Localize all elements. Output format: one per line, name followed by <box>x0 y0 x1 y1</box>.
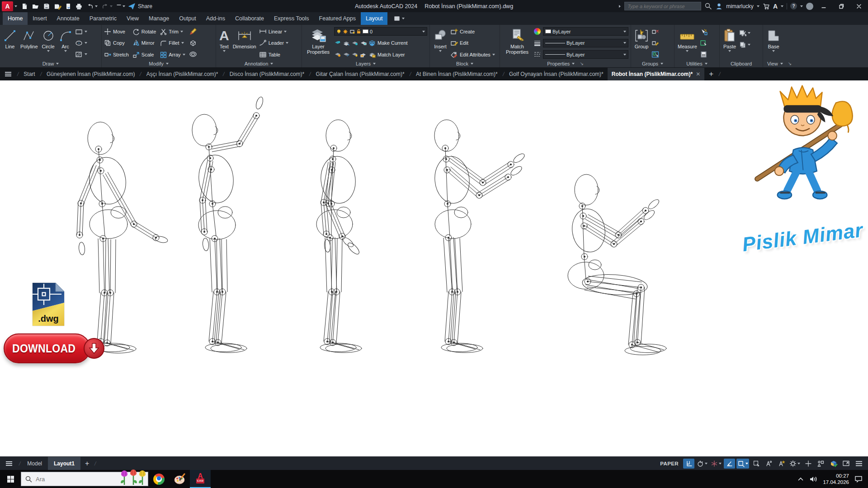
panel-label-utilities[interactable]: Utilities <box>675 60 719 67</box>
doc-tab-atbinen[interactable]: At Binen İnsan (PislikMimar.com)* <box>412 68 502 80</box>
qat-customize-caret-icon[interactable] <box>116 3 125 9</box>
dimension-button[interactable]: Dimension <box>232 26 257 60</box>
action-center-icon[interactable] <box>854 475 863 483</box>
panel-label-clipboard[interactable]: Clipboard <box>720 60 763 67</box>
copy-button[interactable]: Copy <box>104 39 129 47</box>
object-color-dropdown[interactable]: ByLayer <box>543 27 628 36</box>
panel-label-annotation[interactable]: Annotation <box>216 60 302 67</box>
autocad-app-icon[interactable]: A <box>2 1 13 11</box>
print-button[interactable] <box>75 3 83 10</box>
tab-view[interactable]: View <box>122 12 144 25</box>
tab-close-icon[interactable]: ✕ <box>696 71 700 77</box>
user-menu-caret-icon[interactable] <box>757 5 760 7</box>
copy-clip-button[interactable] <box>739 41 750 49</box>
paste-flyout-caret-icon[interactable] <box>728 50 731 52</box>
base-button[interactable]: Base <box>765 26 782 60</box>
tab-insert[interactable]: Insert <box>28 12 52 25</box>
ungroup-button[interactable] <box>651 28 659 36</box>
open-folder-button[interactable] <box>32 3 39 10</box>
share-button[interactable]: Share <box>128 3 152 10</box>
keyword-search[interactable] <box>624 2 701 10</box>
array-button[interactable]: Array <box>160 50 185 59</box>
doc-tab-robot-active[interactable]: Robot İnsan (PislikMimar.com)*✕ <box>608 68 704 80</box>
taskbar-search[interactable] <box>21 472 148 486</box>
new-drawing-tab-button[interactable]: + <box>704 68 718 80</box>
polar-tracking-toggle[interactable] <box>724 459 735 469</box>
taskbar-clock[interactable]: 00:27 17.04.2026 <box>823 473 849 485</box>
save-button[interactable] <box>43 3 50 10</box>
hidden-icons-chevron[interactable] <box>797 477 804 481</box>
circle-button[interactable]: Circle <box>41 26 56 60</box>
doc-tab-gitar[interactable]: Gitar Çalan İnsan (PislikMimar.com)* <box>312 68 409 80</box>
linear-button[interactable]: Linear <box>259 27 288 36</box>
drawing-canvas[interactable]: Pislik Mimar .dwg DOWNLOAD <box>0 80 868 456</box>
layer-plot-icon[interactable] <box>349 29 355 34</box>
save-as-button[interactable] <box>54 3 61 10</box>
linetype-dropdown[interactable]: ByLayer <box>543 50 628 59</box>
arc-flyout-caret-icon[interactable] <box>64 50 67 52</box>
rectangle-tool-button[interactable] <box>75 28 87 36</box>
line-button[interactable]: Line <box>2 26 18 60</box>
app-menu-caret-icon[interactable] <box>14 5 17 7</box>
assistant-icon[interactable] <box>806 3 813 10</box>
new-layout-button[interactable]: + <box>80 457 94 470</box>
autodesk-caret-icon[interactable] <box>781 5 783 7</box>
layer-select-dropdown[interactable]: 0 <box>334 27 427 36</box>
quick-select-button[interactable] <box>700 28 708 36</box>
layer-color-swatch[interactable] <box>363 29 368 33</box>
hatch-tool-button[interactable] <box>75 50 87 58</box>
panel-label-view[interactable]: View↘ <box>763 60 796 67</box>
block-create-button[interactable]: Create <box>450 27 495 36</box>
isodraft-toggle[interactable] <box>710 459 722 469</box>
doc-tab-asci[interactable]: Aşçı İnsan (PislikMimar.com)* <box>142 68 222 80</box>
mirror-button[interactable]: Mirror <box>132 39 156 47</box>
graphics-performance-toggle[interactable] <box>828 459 839 469</box>
stretch-button[interactable]: Stretch <box>104 50 129 59</box>
tab-manage[interactable]: Manage <box>144 12 174 25</box>
keyword-search-input[interactable] <box>625 4 701 9</box>
text-flyout-caret-icon[interactable] <box>223 50 226 52</box>
panel-label-groups[interactable]: Groups <box>631 60 674 67</box>
lineweight-icon[interactable] <box>534 40 541 47</box>
leader-button[interactable]: Leader <box>259 39 288 47</box>
autodesk-logo-icon[interactable]: A <box>773 3 778 10</box>
start-button[interactable] <box>0 470 21 488</box>
annotation-scale-gear[interactable] <box>788 459 801 469</box>
doc-tab-disco[interactable]: Disco İnsan (PislikMimar.com)* <box>226 68 308 80</box>
ellipse-tool-button[interactable] <box>75 39 87 47</box>
panel-launcher-icon[interactable]: ↘ <box>580 61 583 66</box>
tab-output[interactable]: Output <box>174 12 201 25</box>
help-caret-icon[interactable] <box>800 5 803 7</box>
ribbon-display-toggle[interactable] <box>394 12 405 25</box>
help-icon[interactable]: ? <box>790 3 797 9</box>
insert-flyout-caret-icon[interactable] <box>439 50 442 52</box>
taskbar-chrome-icon[interactable] <box>148 470 169 488</box>
user-icon[interactable] <box>715 3 723 10</box>
tab-collaborate[interactable]: Collaborate <box>230 12 269 25</box>
quick-calculator-button[interactable] <box>700 50 708 58</box>
paper-space-label[interactable]: PAPER <box>660 461 679 466</box>
panel-label-properties[interactable]: Properties↘ <box>500 60 631 67</box>
cut-button[interactable] <box>739 29 750 37</box>
taskbar-autocad-icon[interactable]: ACAD <box>190 470 211 488</box>
lineweight-dropdown[interactable]: ByLayer <box>543 39 628 47</box>
tab-annotate[interactable]: Annotate <box>52 12 85 25</box>
panel-label-modify[interactable]: Modify <box>102 60 216 67</box>
arc-button[interactable]: Arc <box>58 26 73 60</box>
color-wheel-icon[interactable] <box>534 28 541 35</box>
customization-menu-icon[interactable] <box>853 459 864 469</box>
linetype-icon[interactable] <box>534 51 541 58</box>
workspace-switching-plus[interactable] <box>802 459 814 469</box>
view-panel-launcher-icon[interactable]: ↘ <box>788 61 792 66</box>
tab-home[interactable]: Home <box>3 12 28 25</box>
tab-addins[interactable]: Add-ins <box>201 12 230 25</box>
base-flyout-caret-icon[interactable] <box>772 50 775 52</box>
measure-button[interactable]: Measure <box>677 26 698 60</box>
panel-label-draw[interactable]: Draw <box>0 60 101 67</box>
circle-flyout-caret-icon[interactable] <box>47 50 50 52</box>
doc-tab-guneslenen[interactable]: Güneşlenen İnsan (PislikMimar.com) <box>42 68 139 80</box>
tab-parametric[interactable]: Parametric <box>85 12 122 25</box>
layer-freeze-icon[interactable] <box>343 29 348 34</box>
table-button[interactable]: Table <box>259 50 288 59</box>
annotation-visibility-toggle[interactable] <box>763 459 774 469</box>
